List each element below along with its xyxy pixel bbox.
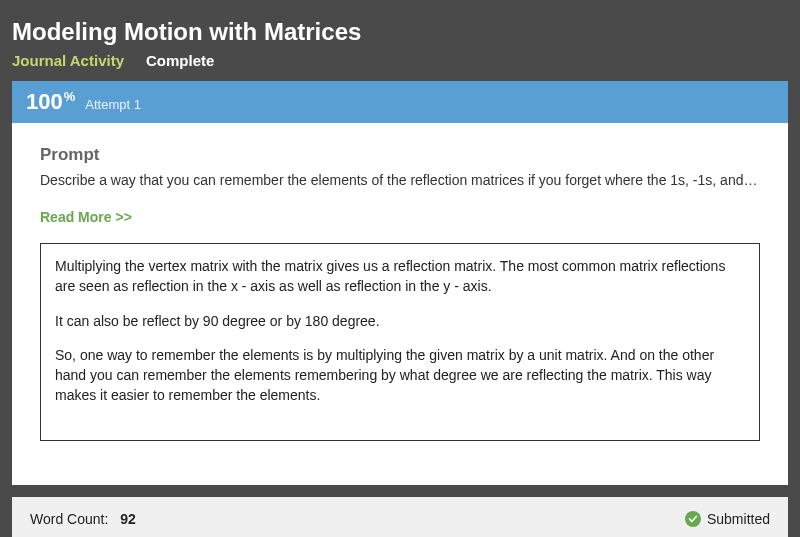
footer-bar: Word Count: 92 Submitted: [12, 497, 788, 537]
percent-symbol: %: [64, 89, 76, 104]
activity-type-label: Journal Activity: [12, 52, 124, 69]
page-subheader: Journal Activity Complete: [12, 52, 788, 69]
submitted-label: Submitted: [707, 511, 770, 527]
response-paragraph: Multiplying the vertex matrix with the m…: [55, 256, 745, 297]
word-count: Word Count: 92: [30, 511, 136, 527]
response-paragraph: So, one way to remember the elements is …: [55, 345, 745, 406]
read-more-link[interactable]: Read More >>: [40, 209, 132, 225]
submitted-status: Submitted: [685, 511, 770, 527]
word-count-value: 92: [120, 511, 136, 527]
response-textarea[interactable]: Multiplying the vertex matrix with the m…: [40, 243, 760, 441]
percent-value: 100: [26, 89, 63, 114]
page-header: Modeling Motion with Matrices Journal Ac…: [0, 0, 800, 81]
response-paragraph: It can also be reflect by 90 degree or b…: [55, 311, 745, 331]
check-circle-icon: [685, 511, 701, 527]
page-title: Modeling Motion with Matrices: [12, 18, 788, 46]
prompt-text: Describe a way that you can remember the…: [40, 171, 760, 191]
prompt-heading: Prompt: [40, 145, 760, 165]
attempt-label: Attempt 1: [85, 97, 141, 112]
word-count-label: Word Count:: [30, 511, 108, 527]
progress-bar: 100% Attempt 1: [12, 81, 788, 123]
progress-percent: 100%: [26, 89, 75, 115]
content-panel: Prompt Describe a way that you can remem…: [12, 123, 788, 485]
activity-status-label: Complete: [146, 52, 214, 69]
